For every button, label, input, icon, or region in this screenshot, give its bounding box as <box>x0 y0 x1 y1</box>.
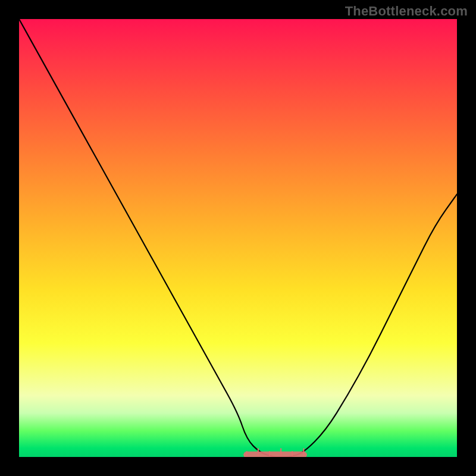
plot-area <box>19 19 457 457</box>
chart-frame: TheBottleneck.com <box>0 0 476 476</box>
bottleneck-curve-line <box>19 19 457 457</box>
attribution-label: TheBottleneck.com <box>345 4 468 19</box>
curve-overlay <box>19 19 457 457</box>
